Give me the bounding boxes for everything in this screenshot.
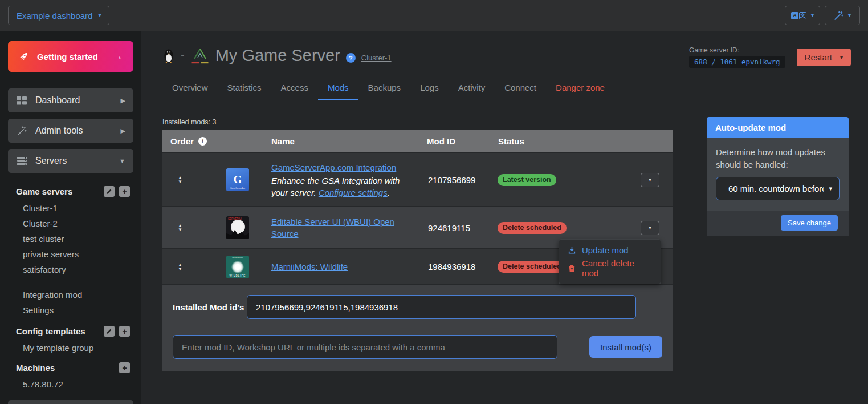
edit-config-templates-button[interactable]	[104, 326, 115, 337]
tab-activity[interactable]: Activity	[449, 78, 495, 100]
drag-sort-handle[interactable]: ▲ ▼	[176, 224, 184, 232]
rocket-icon	[18, 51, 29, 62]
game-servers-title: Game servers	[16, 187, 72, 196]
tab-statistics[interactable]: Statistics	[218, 78, 271, 100]
mod-thumbnail-gsa: G GameServerApp	[226, 168, 249, 191]
sidebar-item-label: Dashboard	[35, 95, 80, 106]
sidebar-item-private-servers[interactable]: private servers	[16, 247, 130, 262]
table-footer: Installed Mod id's Install mod(s)	[162, 284, 673, 371]
status-badge: Delete scheduled	[498, 261, 567, 273]
install-mod-input[interactable]	[173, 335, 557, 359]
sidebar-item-admin-tools[interactable]: Admin tools ▶	[8, 119, 133, 143]
linux-icon	[162, 48, 175, 63]
translate-icon: A 文	[791, 12, 806, 19]
menu-item-update-mod[interactable]: Update mod	[559, 244, 661, 257]
restart-label: Restart	[805, 52, 832, 62]
main-content: - My Game Server ? Cluster-1 Game server…	[141, 31, 868, 404]
caret-down-icon: ▾	[811, 13, 814, 18]
row-action-menu: Update mod Cancel delete mod	[559, 239, 661, 284]
save-change-button[interactable]: Save change	[781, 215, 838, 231]
magic-wand-icon	[834, 11, 843, 21]
getting-started-button[interactable]: Getting started →	[8, 41, 133, 72]
column-mod-id: Mod ID	[417, 136, 488, 146]
title-separator: -	[181, 49, 185, 62]
auto-update-select[interactable]: 60 min. countdown before update ▾	[716, 177, 840, 200]
arrow-right-icon: →	[112, 50, 123, 63]
ark-game-icon	[190, 48, 210, 64]
help-icon[interactable]: ?	[346, 53, 356, 63]
tab-overview[interactable]: Overview	[162, 78, 218, 100]
sidebar-item-settings[interactable]: Settings	[16, 302, 130, 318]
configure-settings-link[interactable]: Configure settings	[319, 188, 388, 197]
caret-down-icon: ▾	[840, 55, 843, 60]
sidebar-item-automate-tasks[interactable]: Automate / tasks ▶	[8, 400, 133, 404]
mod-id: 924619115	[417, 223, 488, 233]
divider	[16, 282, 130, 282]
status-badge: Delete scheduled	[498, 222, 567, 234]
tab-logs[interactable]: Logs	[410, 78, 449, 100]
column-name: Name	[271, 136, 417, 146]
sidebar: Getting started → Dashboard ▶ Admin tool…	[0, 31, 141, 404]
mod-name-link[interactable]: Editable Server UI (WBUI) Open Source	[271, 217, 394, 239]
sidebar-item-cluster-1[interactable]: Cluster-1	[16, 200, 130, 216]
mods-table: Order i Name Mod ID Status ▲ ▼ G GameSer…	[162, 130, 673, 371]
column-status: Status	[488, 136, 597, 146]
add-game-server-button[interactable]: +	[119, 186, 130, 197]
caret-down-icon: ▾	[98, 13, 101, 18]
menu-item-label: Update mod	[582, 245, 629, 255]
installed-mod-ids-input[interactable]	[247, 295, 636, 319]
config-templates-title: Config templates	[16, 326, 85, 336]
row-menu-toggle[interactable]: ▾	[641, 221, 659, 235]
top-bar: Example dashboard ▾ A 文 ▾ ▾	[0, 0, 868, 31]
mod-name-link[interactable]: GameServerApp.com Integration	[271, 163, 396, 172]
sidebar-item-dashboard[interactable]: Dashboard ▶	[8, 88, 133, 112]
mod-thumbnail-wbui: SERVER UI	[226, 216, 249, 239]
sidebar-item-machine-ip[interactable]: 5.78.80.72	[16, 377, 130, 392]
sidebar-item-test-cluster[interactable]: test cluster	[16, 231, 130, 247]
tab-danger-zone[interactable]: Danger zone	[546, 78, 614, 100]
install-mods-button[interactable]: Install mod(s)	[589, 336, 662, 358]
menu-item-label: Cancel delete mod	[582, 258, 652, 278]
sidebar-item-satisfactory[interactable]: satisfactory	[16, 262, 130, 277]
status-badge: Latest version	[498, 174, 556, 186]
tab-access[interactable]: Access	[271, 78, 318, 100]
mod-name-link[interactable]: MarniiMods: Wildlife	[271, 262, 348, 272]
add-machine-button[interactable]: +	[119, 362, 130, 373]
tab-mods[interactable]: Mods	[318, 78, 358, 100]
tools-button[interactable]: ▾	[825, 6, 860, 25]
cluster-link[interactable]: Cluster-1	[361, 54, 392, 62]
tab-backups[interactable]: Backups	[358, 78, 411, 100]
download-icon	[568, 246, 576, 254]
mod-id: 2107956699	[417, 175, 488, 185]
table-row: ▲ ▼ G GameServerApp GameServerApp.com In…	[162, 152, 673, 206]
divider	[9, 80, 132, 80]
info-icon[interactable]: i	[198, 137, 207, 146]
mod-thumbnail-marnii: MarniiMods WILDLIFE	[226, 256, 249, 278]
add-config-template-button[interactable]: +	[119, 326, 130, 337]
auto-update-panel: Auto-update mod Determine how mod update…	[707, 117, 849, 236]
server-id-value: 688 / 1061 epvnlkwrg	[689, 56, 785, 68]
drag-sort-handle[interactable]: ▲ ▼	[176, 263, 184, 271]
auto-update-selected-option: 60 min. countdown before update	[728, 184, 824, 193]
sidebar-item-cluster-2[interactable]: Cluster-2	[16, 216, 130, 231]
chevron-down-icon: ▾	[829, 185, 832, 192]
dashboard-selector-button[interactable]: Example dashboard ▾	[8, 6, 109, 25]
sidebar-item-servers[interactable]: Servers ▼	[8, 149, 133, 173]
chevron-right-icon: ▶	[121, 97, 125, 104]
menu-item-cancel-delete-mod[interactable]: Cancel delete mod	[559, 257, 661, 280]
chevron-right-icon: ▶	[121, 127, 125, 135]
magic-wand-icon	[16, 126, 27, 136]
language-button[interactable]: A 文 ▾	[785, 6, 820, 25]
mod-id: 1984936918	[417, 262, 488, 272]
row-menu-toggle[interactable]: ▾	[641, 173, 659, 187]
installed-mod-ids-label: Installed Mod id's	[173, 302, 247, 312]
drag-sort-handle[interactable]: ▲ ▼	[176, 176, 184, 184]
column-order: Order	[170, 136, 194, 146]
edit-game-servers-button[interactable]	[104, 186, 115, 197]
tab-connect[interactable]: Connect	[495, 78, 546, 100]
sidebar-item-my-template-group[interactable]: My template group	[16, 340, 130, 355]
restart-button[interactable]: Restart ▾	[797, 49, 851, 66]
sidebar-item-label: Servers	[35, 156, 67, 166]
sidebar-item-integration-mod[interactable]: Integration mod	[16, 287, 130, 302]
dashboard-selector-label: Example dashboard	[17, 11, 92, 21]
